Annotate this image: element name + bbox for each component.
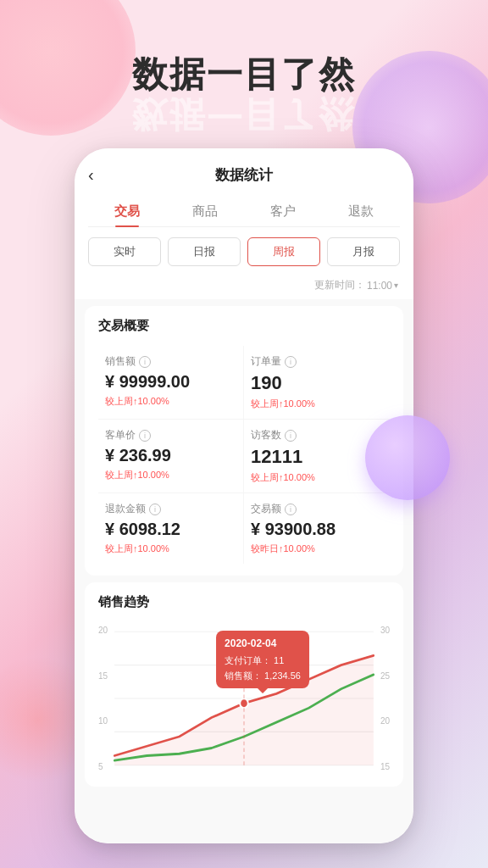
update-time-value: 11:00 [367, 280, 392, 292]
metric-avg-order-label: 客单价 i [105, 428, 236, 442]
hero-title: 数据一目了然 [0, 51, 488, 98]
tooltip-sales: 销售额： 1,234.56 [225, 669, 301, 684]
metric-transaction-label: 交易额 i [251, 502, 383, 516]
info-icon-visitors: i [285, 430, 297, 442]
info-icon-sales: i [139, 356, 151, 368]
chart-area: 20 15 10 5 [98, 622, 390, 775]
metric-visitors-change: 较上周↑10.00% [251, 471, 383, 484]
trend-title: 销售趋势 [98, 594, 390, 610]
metric-sales: 销售额 i ¥ 99999.00 较上周↑10.00% [98, 346, 244, 420]
metric-refund-label: 退款金额 i [105, 502, 236, 516]
info-icon-avg: i [139, 430, 151, 442]
chevron-down-icon[interactable]: ▾ [394, 281, 398, 290]
metric-refund-value: ¥ 6098.12 [105, 520, 236, 539]
period-daily[interactable]: 日报 [168, 237, 241, 266]
update-label: 更新时间： [314, 278, 365, 292]
main-tabs: 交易 商品 客户 退款 [88, 197, 400, 227]
metric-visitors-value: 12111 [251, 446, 383, 468]
phone-mockup: ‹ 数据统计 交易 商品 客户 退款 [75, 148, 413, 843]
back-button[interactable]: ‹ [88, 165, 94, 185]
metric-transaction-value: ¥ 93900.88 [251, 520, 383, 539]
metric-refund: 退款金额 i ¥ 6098.12 较上周↑10.00% [98, 493, 244, 564]
tab-customers[interactable]: 客户 [257, 197, 309, 226]
period-buttons: 实时 日报 周报 月报 [88, 237, 400, 275]
metric-orders-change: 较上周↑10.00% [251, 398, 383, 410]
metric-avg-order: 客单价 i ¥ 236.99 较上周↑10.00% [98, 420, 244, 493]
phone-header: ‹ 数据统计 交易 商品 客户 退款 [75, 148, 413, 299]
overview-section: 交易概要 销售额 i ¥ 99999.00 较上周↑10.00% [85, 306, 403, 576]
metric-orders-value: 190 [251, 372, 383, 394]
period-weekly[interactable]: 周报 [247, 237, 320, 266]
metric-transaction-change: 较昨日↑10.00% [251, 542, 383, 555]
period-monthly[interactable]: 月报 [327, 237, 400, 266]
metric-visitors-label: 访客数 i [251, 428, 383, 442]
metric-sales-label: 销售额 i [105, 354, 236, 369]
page-title: 数据统计 [215, 165, 273, 185]
metric-refund-change: 较上周↑10.00% [105, 542, 236, 555]
phone-inner: ‹ 数据统计 交易 商品 客户 退款 [75, 148, 413, 843]
tab-transactions[interactable]: 交易 [101, 197, 153, 226]
metric-avg-order-value: ¥ 236.99 [105, 446, 236, 465]
tooltip-order: 支付订单： 11 [225, 654, 301, 669]
metrics-grid: 销售额 i ¥ 99999.00 较上周↑10.00% 订单量 i 190 [98, 346, 390, 564]
tab-refunds[interactable]: 退款 [335, 197, 387, 226]
tooltip-date: 2020-02-04 [225, 636, 301, 652]
hero-title-shadow: 数据一目了然 [0, 92, 488, 139]
update-time-row: 更新时间： 11:00 ▾ [88, 275, 400, 299]
metric-sales-change: 较上周↑10.00% [105, 395, 236, 408]
period-realtime[interactable]: 实时 [88, 237, 161, 266]
metric-orders: 订单量 i 190 较上周↑10.00% [244, 346, 390, 420]
header-row: ‹ 数据统计 [88, 165, 400, 185]
y-axis-left: 20 15 10 5 [98, 622, 108, 775]
trend-section: 销售趋势 20 15 10 5 [85, 582, 403, 787]
y-axis-right: 30 25 20 15 [380, 622, 390, 775]
metric-transaction: 交易额 i ¥ 93900.88 较昨日↑10.00% [244, 493, 390, 564]
info-icon-transaction: i [285, 504, 297, 515]
overview-title: 交易概要 [98, 318, 390, 334]
info-icon-refund: i [149, 504, 161, 515]
tab-products[interactable]: 商品 [179, 197, 231, 226]
phone-scroll-content[interactable]: 交易概要 销售额 i ¥ 99999.00 较上周↑10.00% [75, 299, 413, 843]
purple-ball-decoration [365, 415, 450, 500]
metric-orders-label: 订单量 i [251, 354, 383, 369]
chart-tooltip: 2020-02-04 支付订单： 11 销售额： 1,234.56 [216, 631, 309, 688]
metric-avg-order-change: 较上周↑10.00% [105, 469, 236, 481]
info-icon-orders: i [285, 356, 297, 368]
metric-sales-value: ¥ 99999.00 [105, 372, 236, 392]
